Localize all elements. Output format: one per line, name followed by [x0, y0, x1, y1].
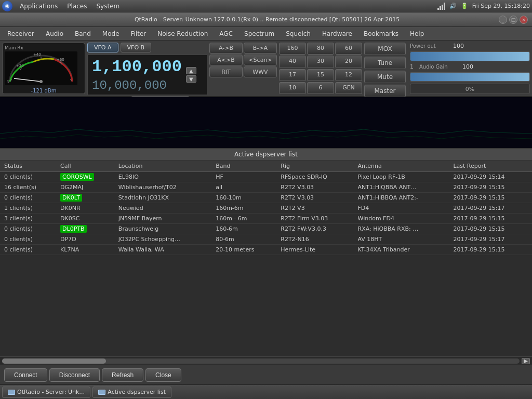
- menu-audio[interactable]: Audio: [41, 29, 69, 39]
- cell-call: CORQSWL: [56, 172, 114, 182]
- freq-preset-80[interactable]: 80: [307, 43, 334, 55]
- rit-button[interactable]: RIT: [209, 66, 243, 77]
- close-window-button[interactable]: ×: [520, 16, 528, 24]
- audio-gain-slider[interactable]: [410, 72, 530, 82]
- freq-preset-60[interactable]: 60: [335, 43, 362, 55]
- vfo-a-button[interactable]: VFO A: [87, 43, 118, 52]
- freq-preset-6[interactable]: 6: [307, 82, 334, 94]
- table-row[interactable]: 16 client(s) DG2MAJ Wiblishauserhof/T02 …: [0, 182, 532, 193]
- cell-band: 80-6m: [211, 234, 276, 245]
- cell-band: 160-10m: [211, 193, 276, 203]
- vu-meter: Main Rx 9 +20 +4: [2, 43, 85, 94]
- connect-button[interactable]: Connect: [4, 368, 47, 382]
- taskbar-qtradio-window[interactable]: QtRadio - Server: Unk…: [2, 387, 90, 398]
- master-button[interactable]: Master: [364, 85, 406, 97]
- window-title: QtRadio - Server: Unknown 127.0.0.1(Rx 0…: [35, 16, 499, 23]
- tune-button[interactable]: Tune: [364, 57, 406, 69]
- cell-location: JN59MF Bayern: [114, 214, 211, 224]
- wwv-button[interactable]: WWV: [244, 66, 277, 77]
- table-row[interactable]: 0 client(s) DP7D JO32PC Schoepping… 80-6…: [0, 234, 532, 245]
- cell-last-report: 2017-09-29 15:15: [449, 193, 532, 203]
- scrollbar-track[interactable]: [2, 358, 520, 364]
- menu-mode[interactable]: Mode: [97, 29, 125, 39]
- freq-preset-30[interactable]: 30: [307, 56, 334, 68]
- table-row[interactable]: 3 client(s) DK0SC JN59MF Bayern 160m - 6…: [0, 214, 532, 224]
- volume-icon: 🔊: [449, 3, 457, 9]
- menu-band[interactable]: Band: [70, 29, 96, 39]
- freq-preset-10[interactable]: 10: [279, 82, 306, 94]
- svg-rect-12: [0, 97, 532, 148]
- refresh-button[interactable]: Refresh: [102, 368, 143, 382]
- table-row[interactable]: 0 client(s) CORQSWL EL98IO HF RFSpace SD…: [0, 172, 532, 182]
- vfo-buttons: VFO A VFO B: [87, 43, 207, 52]
- table-row[interactable]: 1 client(s) DK0NR Neuwied 160m-6m R2T2 V…: [0, 203, 532, 214]
- table-row[interactable]: 0 client(s) DL0PTB Braunschweig 160-6m R…: [0, 224, 532, 234]
- audio-gain-label: Audio Gain: [419, 64, 456, 70]
- taskbar-window-icon-2: [98, 390, 105, 395]
- vfo-b-button[interactable]: VFO B: [121, 43, 152, 52]
- cell-band: 20-10 meters: [211, 245, 276, 255]
- freq-preset-15[interactable]: 15: [307, 69, 334, 81]
- dspserver-table-container[interactable]: Status Call Location Band Rig Antenna La…: [0, 161, 532, 356]
- app-window: ◉ Applications Places System 🔊 🔋 Fri Sep…: [0, 0, 532, 399]
- freq-preset-40[interactable]: 40: [279, 56, 306, 68]
- menu-noise-reduction[interactable]: Noise Reduction: [152, 29, 213, 39]
- col-antenna: Antenna: [354, 161, 449, 172]
- scroll-right-button[interactable]: ▶: [522, 358, 530, 364]
- menu-bookmarks[interactable]: Bookmarks: [358, 29, 404, 39]
- freq-preset-12[interactable]: 12: [335, 69, 362, 81]
- power-out-slider[interactable]: [410, 51, 530, 61]
- menu-squelch[interactable]: Squelch: [281, 29, 316, 39]
- minimize-button[interactable]: _: [499, 16, 507, 24]
- transfer-row-1: A->B B->A: [209, 43, 277, 54]
- cell-band: 160-6m: [211, 224, 276, 234]
- svg-text:9: 9: [7, 79, 9, 84]
- taskbar-places[interactable]: Places: [63, 2, 91, 11]
- taskbar-applications[interactable]: Applications: [16, 2, 62, 11]
- freq-preset-20[interactable]: 20: [335, 56, 362, 68]
- mute-button[interactable]: Mute: [364, 71, 406, 83]
- table-row[interactable]: 0 client(s) DK0LT Stadtlohn JO31KX 160-1…: [0, 193, 532, 203]
- ab-button[interactable]: A->B: [209, 43, 243, 54]
- battery-icon: 🔋: [461, 3, 468, 9]
- maximize-button[interactable]: □: [509, 16, 517, 24]
- taskbar-system[interactable]: System: [92, 2, 124, 11]
- col-call: Call: [56, 161, 114, 172]
- cell-rig: R2T2-N16: [276, 234, 353, 245]
- scan-button[interactable]: <Scan>: [244, 55, 277, 65]
- freq-preset-160[interactable]: 160: [279, 43, 306, 55]
- cell-location: EL98IO: [114, 172, 211, 182]
- col-last-report: Last Report: [449, 161, 532, 172]
- cell-call: DL0PTB: [56, 224, 114, 234]
- cell-antenna: KT-34XA Tribander: [354, 245, 449, 255]
- close-button[interactable]: Close: [145, 368, 181, 382]
- menu-help[interactable]: Help: [405, 29, 429, 39]
- table-row[interactable]: 0 client(s) KL7NA Walla Walla, WA 20-10 …: [0, 245, 532, 255]
- cell-antenna: AV 18HT: [354, 234, 449, 245]
- titlebar: QtRadio - Server: Unknown 127.0.0.1(Rx 0…: [0, 12, 532, 27]
- freq-up-arrow[interactable]: ▲: [186, 67, 196, 74]
- taskbar-dspserver-window[interactable]: Active dspserver list: [92, 387, 171, 398]
- cell-status: 0 client(s): [0, 234, 56, 245]
- col-rig: Rig: [276, 161, 353, 172]
- disconnect-button[interactable]: Disconnect: [49, 368, 100, 382]
- cell-last-report: 2017-09-29 15:14: [449, 172, 532, 182]
- freq-down-arrow[interactable]: ▼: [186, 75, 196, 83]
- menu-filter[interactable]: Filter: [126, 29, 152, 39]
- cell-antenna: Pixel Loop RF-1B: [354, 172, 449, 182]
- table-header-row: Status Call Location Band Rig Antenna La…: [0, 161, 532, 172]
- ba-button[interactable]: B->A: [244, 43, 277, 54]
- menu-hardware[interactable]: Hardware: [317, 29, 357, 39]
- menu-spectrum[interactable]: Spectrum: [239, 29, 280, 39]
- mox-button[interactable]: MOX: [364, 43, 406, 55]
- ab-swap-button[interactable]: A<>B: [209, 55, 243, 65]
- scrollbar-thumb[interactable]: [2, 358, 106, 364]
- menu-receiver[interactable]: Receiver: [2, 29, 39, 39]
- freq-preset-17[interactable]: 17: [279, 69, 306, 81]
- cell-location: Stadtlohn JO31KX: [114, 193, 211, 203]
- freq-preset-gen[interactable]: GEN: [335, 82, 362, 94]
- distro-icon: ◉: [2, 1, 12, 11]
- cell-call: DP7D: [56, 234, 114, 245]
- cell-antenna: FD4: [354, 203, 449, 214]
- menu-agc[interactable]: AGC: [214, 29, 238, 39]
